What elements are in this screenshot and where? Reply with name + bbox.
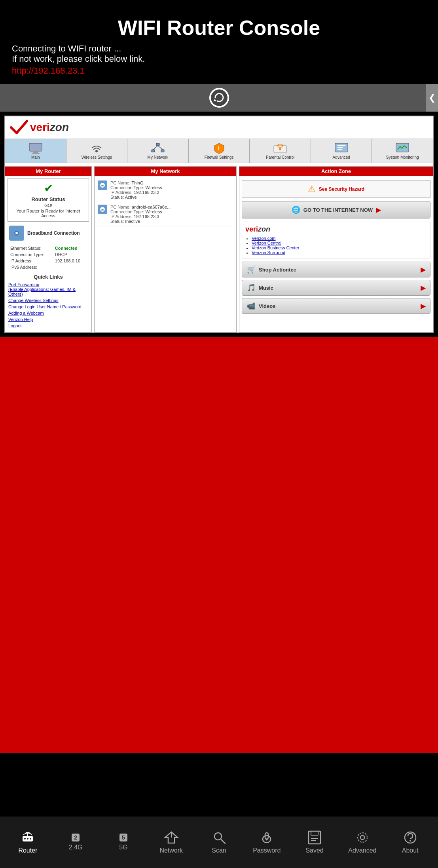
shop-icon: 🛒	[247, 265, 256, 274]
mynetwork-tab-icon	[151, 142, 165, 154]
scan-nav-label: Scan	[212, 847, 226, 854]
list-item[interactable]: Logout	[8, 323, 88, 329]
tab-mynetwork-label: My Network	[148, 155, 169, 160]
change-wireless-link[interactable]: Change Wireless Settings	[8, 298, 59, 303]
svg-line-8	[153, 146, 158, 150]
music-arrow-icon: ▶	[421, 284, 425, 292]
ip-addr-label: IP Address:	[9, 258, 53, 264]
bottom-nav-scan[interactable]: Scan	[195, 830, 243, 854]
my-router-header: My Router	[5, 167, 91, 176]
d2-pcname-label: PC Name:	[110, 205, 132, 209]
broadband-icon	[9, 226, 24, 241]
device-icon-2	[98, 205, 107, 214]
list-item[interactable]: Verizon Help	[8, 316, 88, 323]
svg-point-41	[358, 833, 367, 842]
verizon-surround-link[interactable]: Verizon Surround	[252, 250, 285, 255]
verizon-help-link[interactable]: Verizon Help	[8, 317, 33, 322]
shop-actiontec-button[interactable]: 🛒 Shop Actiontec ▶	[242, 262, 430, 277]
shop-btn-label: Shop Actiontec	[259, 267, 296, 273]
advanced-tab-icon	[334, 142, 349, 154]
svg-line-32	[221, 839, 225, 843]
svg-point-13	[279, 148, 281, 150]
bottom-nav-advanced[interactable]: Advanced	[338, 830, 386, 854]
list-item[interactable]: Change Login User Name / Password	[8, 304, 88, 310]
videos-btn-inner: 📹 Videos	[247, 302, 275, 310]
bottom-nav-24g[interactable]: 2 2.4G	[52, 834, 100, 851]
logout-link[interactable]: Logout	[8, 323, 22, 328]
list-item[interactable]: Verizon Surround	[252, 250, 427, 255]
videos-arrow-icon: ▶	[421, 302, 425, 310]
svg-text:!: !	[218, 146, 219, 151]
my-network-panel: My Network PC Name: ThinQ Connection Typ…	[94, 166, 237, 332]
list-item[interactable]: Verizon Business Center	[252, 245, 427, 250]
main-content: My Router ✔ Router Status GO! Your Route…	[5, 166, 433, 332]
music-icon: 🎵	[247, 283, 256, 292]
change-login-link[interactable]: Change Login User Name / Password	[8, 304, 82, 309]
svg-point-27	[24, 838, 26, 840]
broadband-label: Broadband Connection	[27, 230, 80, 236]
router-link[interactable]: http://192.168.23.1	[8, 66, 430, 76]
d2-ip-label: IP Address:	[110, 214, 134, 219]
about-nav-label: About	[402, 847, 419, 854]
list-item[interactable]: Verizon.com	[252, 236, 427, 241]
list-item[interactable]: Port Forwarding(Enable Applications: Gam…	[8, 281, 88, 297]
24g-badge: 2	[72, 834, 80, 841]
tab-wireless-label: Wireless Settings	[82, 155, 112, 160]
tab-main[interactable]: Main	[5, 139, 66, 163]
router-status-message: Your Router Is Ready for Internet Access	[11, 209, 85, 218]
shop-btn-inner: 🛒 Shop Actiontec	[247, 265, 296, 274]
svg-rect-5	[156, 143, 159, 146]
advanced-nav-icon	[355, 830, 370, 845]
verizon-name: verizon	[30, 121, 69, 134]
bottom-nav-network[interactable]: Network	[147, 830, 195, 854]
device-1-info: PC Name: ThinQ Connection Type: Wireless…	[110, 180, 162, 199]
tab-parental[interactable]: Parental Control	[250, 139, 311, 163]
tab-system[interactable]: System Monitoring	[372, 139, 433, 163]
verizon-links-box: verizon Verizon.com Verizon Central Veri…	[242, 222, 430, 258]
adding-webcam-link[interactable]: Adding a Webcam	[8, 311, 44, 315]
action-zone-content: ⚠ See Security Hazard 🌐 GO TO THE INTERN…	[239, 178, 433, 319]
5g-nav-icon: 5	[119, 834, 127, 841]
tab-wireless[interactable]: Wireless Settings	[66, 139, 128, 163]
saved-nav-label: Saved	[305, 847, 323, 854]
d1-conntype-label: Connection Type:	[110, 185, 145, 190]
verizon-business-link[interactable]: Verizon Business Center	[252, 245, 299, 250]
internet-now-button[interactable]: 🌐 GO TO THE INTERNET NOW ▶	[242, 201, 430, 218]
ip-addr-value: 192.168.0.10	[54, 258, 87, 264]
music-button[interactable]: 🎵 Music ▶	[242, 280, 430, 296]
browser-back-arrow[interactable]: ❮	[426, 84, 438, 112]
eth-status-label: Ethernet Status:	[9, 245, 53, 251]
list-item[interactable]: Verizon Central	[252, 241, 427, 245]
internet-btn-inner: 🌐 GO TO THE INTERNET NOW	[292, 205, 373, 214]
ethernet-info: Ethernet Status: Connected Connection Ty…	[8, 245, 88, 271]
tab-system-label: System Monitoring	[386, 155, 419, 160]
svg-point-28	[27, 838, 28, 840]
bottom-nav-router[interactable]: Router	[4, 830, 52, 854]
svg-point-25	[102, 209, 103, 211]
bottom-nav-about[interactable]: About	[386, 830, 434, 854]
tab-firewall-label: Firewall Settings	[205, 155, 233, 160]
bottom-nav-password[interactable]: Password	[243, 830, 291, 854]
tab-firewall[interactable]: ! Firewall Settings	[189, 139, 250, 163]
bottom-nav-saved[interactable]: Saved	[291, 830, 339, 854]
security-hazard-button[interactable]: ⚠ See Security Hazard	[242, 180, 430, 198]
verizon-com-link[interactable]: Verizon.com	[252, 236, 276, 241]
d1-pcname-value: ThinQ	[132, 180, 144, 185]
tab-advanced[interactable]: Advanced	[311, 139, 372, 163]
svg-point-4	[95, 150, 98, 152]
list-item[interactable]: Adding a Webcam	[8, 310, 88, 316]
24g-nav-label: 2.4G	[69, 844, 83, 851]
bottom-nav-5g[interactable]: 5 5G	[100, 834, 148, 851]
port-forwarding-link[interactable]: Port Forwarding(Enable Applications: Gam…	[8, 282, 76, 296]
tab-mynetwork[interactable]: My Network	[127, 139, 189, 163]
ipv6-addr-value	[54, 264, 87, 270]
list-item[interactable]: Change Wireless Settings	[8, 297, 88, 304]
verizon-central-link[interactable]: Verizon Central	[252, 241, 281, 245]
refresh-icon[interactable]	[209, 88, 229, 108]
scan-nav-icon	[212, 830, 227, 845]
music-btn-label: Music	[259, 285, 273, 291]
svg-rect-2	[33, 151, 38, 153]
network-device-2: PC Name: android-ea607a6e... Connection …	[95, 202, 236, 226]
videos-button[interactable]: 📹 Videos ▶	[242, 298, 430, 314]
password-nav-icon	[259, 830, 275, 845]
